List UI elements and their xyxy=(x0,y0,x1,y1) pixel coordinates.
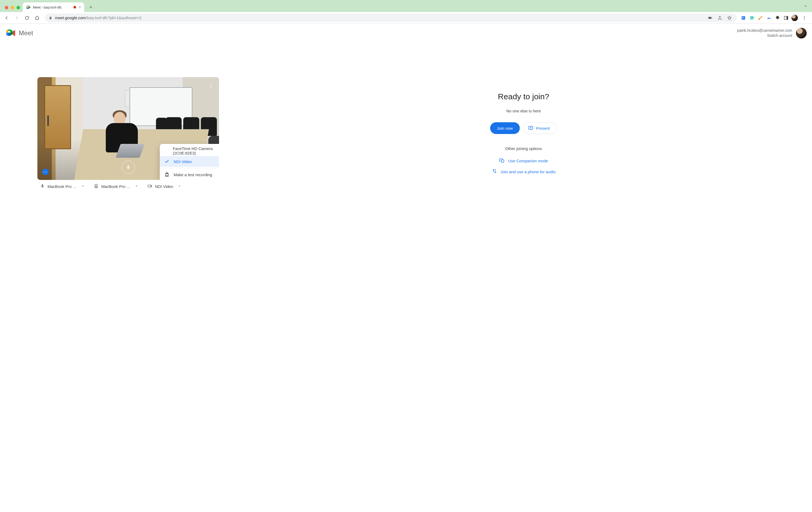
extension-4-icon[interactable] xyxy=(765,14,773,21)
browser-toolbar: meet.google.com/baq-txxf-dfc?pli=1&authu… xyxy=(0,12,812,24)
other-options-heading: Other joining options xyxy=(505,146,542,151)
page: Meet patrik.hrubes@camstreamer.com Switc… xyxy=(0,24,812,512)
microphone-icon xyxy=(40,184,45,189)
link-label: Join and use a phone for audio xyxy=(500,170,556,174)
tab-strip: Meet - baq-txxf-dfc xyxy=(0,0,812,12)
extension-row xyxy=(740,13,810,23)
extensions-puzzle-icon[interactable] xyxy=(774,14,781,21)
participants-status: No one else is here xyxy=(506,109,541,113)
video-preview: ⋯ FaceTime HD Camera (2C0E:82E3) NDI Vid xyxy=(37,77,219,180)
menu-item-label: FaceTime HD Camera (2C0E:82E3) xyxy=(173,146,219,155)
new-tab-button[interactable] xyxy=(87,3,95,11)
svg-point-8 xyxy=(210,84,211,85)
extension-grammarly-icon[interactable] xyxy=(748,14,755,21)
browser-chrome: Meet - baq-txxf-dfc meet.google.com/baq-… xyxy=(0,0,812,24)
svg-rect-4 xyxy=(787,16,788,20)
present-icon xyxy=(528,125,533,131)
phone-audio-link[interactable]: Join and use a phone for audio xyxy=(491,169,556,175)
video-column: ⋯ FaceTime HD Camera (2C0E:82E3) NDI Vid xyxy=(37,77,219,189)
window-controls xyxy=(2,6,23,12)
caret-down-icon xyxy=(81,184,85,189)
svg-point-12 xyxy=(96,186,97,187)
svg-point-10 xyxy=(210,87,211,88)
window-close-button[interactable] xyxy=(5,6,8,9)
companion-icon xyxy=(499,158,504,164)
content: ⋯ FaceTime HD Camera (2C0E:82E3) NDI Vid xyxy=(0,42,812,189)
caret-down-icon xyxy=(135,184,138,189)
svg-point-13 xyxy=(96,185,96,185)
svg-rect-16 xyxy=(502,160,504,162)
nav-back-button[interactable] xyxy=(2,13,11,23)
companion-mode-link[interactable]: Use Companion mode xyxy=(499,158,548,164)
cta-row: Join now Present xyxy=(490,122,557,134)
button-label: Join now xyxy=(497,126,513,130)
join-now-button[interactable]: Join now xyxy=(490,122,520,134)
share-button-icon[interactable] xyxy=(716,14,723,21)
address-bar[interactable]: meet.google.com/baq-txxf-dfc?pli=1&authu… xyxy=(45,13,737,22)
meet-favicon-icon xyxy=(26,5,31,10)
camera-permission-icon[interactable] xyxy=(707,14,714,21)
check-icon xyxy=(164,159,170,164)
tab-list-button[interactable] xyxy=(804,4,808,9)
site-lock-icon[interactable] xyxy=(49,16,52,20)
extension-translate-icon[interactable] xyxy=(740,14,747,21)
browser-tab[interactable]: Meet - baq-txxf-dfc xyxy=(23,2,84,12)
svg-point-6 xyxy=(804,17,805,18)
menu-separator xyxy=(160,168,219,168)
recording-indicator-icon xyxy=(74,6,76,8)
chrome-menu-button[interactable] xyxy=(800,13,809,23)
make-test-recording[interactable]: Make a test recording xyxy=(160,169,219,180)
extension-3-icon[interactable] xyxy=(757,14,764,21)
meet-logo-icon xyxy=(5,29,16,38)
nav-home-button[interactable] xyxy=(33,13,42,23)
menu-item-label: Make a test recording xyxy=(174,173,212,177)
meet-brand[interactable]: Meet xyxy=(5,29,33,38)
microphone-selector[interactable]: MacBook Pro … xyxy=(40,184,85,189)
toggle-microphone-button[interactable] xyxy=(121,161,135,174)
nav-reload-button[interactable] xyxy=(23,13,31,23)
video-speaking-badge-icon: ⋯ xyxy=(42,169,49,175)
speaker-selector[interactable]: MacBook Pro … xyxy=(94,184,138,189)
tab-title: Meet - baq-txxf-dfc xyxy=(33,5,71,9)
device-label: MacBook Pro … xyxy=(48,184,77,189)
device-selector-bar: MacBook Pro … MacBook Pro … NDI Video xyxy=(37,180,219,189)
url-host: meet.google.com xyxy=(55,16,86,20)
svg-point-2 xyxy=(759,19,760,20)
url-path: /baq-txxf-dfc?pli=1&authuser=2 xyxy=(86,16,141,20)
camera-icon xyxy=(147,184,152,189)
switch-account-link[interactable]: Switch account xyxy=(737,33,792,38)
join-panel: Ready to join? No one else is here Join … xyxy=(251,77,796,180)
svg-point-9 xyxy=(210,86,211,87)
camera-option-facetime[interactable]: FaceTime HD Camera (2C0E:82E3) xyxy=(160,146,219,156)
side-panel-icon[interactable] xyxy=(783,14,789,21)
present-button[interactable]: Present xyxy=(523,122,557,134)
clipboard-icon xyxy=(164,172,170,177)
account-area: patrik.hrubes@camstreamer.com Switch acc… xyxy=(737,28,807,38)
button-label: Present xyxy=(536,126,550,130)
brand-word: Meet xyxy=(19,29,33,37)
device-label: MacBook Pro … xyxy=(101,184,130,189)
menu-item-label: NDI Video xyxy=(174,159,192,164)
svg-point-7 xyxy=(804,19,805,20)
nav-forward-button[interactable] xyxy=(12,13,21,23)
phone-plus-icon xyxy=(491,169,497,175)
camera-option-ndi[interactable]: NDI Video xyxy=(160,156,219,167)
bookmark-star-icon[interactable] xyxy=(726,14,733,21)
meet-topbar: Meet patrik.hrubes@camstreamer.com Switc… xyxy=(0,24,812,42)
svg-rect-0 xyxy=(742,16,745,20)
caret-down-icon xyxy=(178,184,181,189)
camera-selector[interactable]: NDI Video xyxy=(147,184,181,189)
window-zoom-button[interactable] xyxy=(17,6,20,9)
account-avatar[interactable] xyxy=(796,28,807,38)
video-more-button[interactable] xyxy=(208,84,214,90)
camera-selection-menu: FaceTime HD Camera (2C0E:82E3) NDI Video… xyxy=(160,144,219,180)
account-email: patrik.hrubes@camstreamer.com xyxy=(737,28,792,33)
device-label: NDI Video xyxy=(155,184,173,189)
link-label: Use Companion mode xyxy=(508,158,548,163)
svg-point-5 xyxy=(804,16,805,17)
page-title: Ready to join? xyxy=(498,92,549,101)
profile-avatar-small[interactable] xyxy=(791,14,798,21)
window-minimize-button[interactable] xyxy=(11,6,14,9)
url-text: meet.google.com/baq-txxf-dfc?pli=1&authu… xyxy=(55,16,142,20)
tab-close-button[interactable] xyxy=(78,6,82,9)
